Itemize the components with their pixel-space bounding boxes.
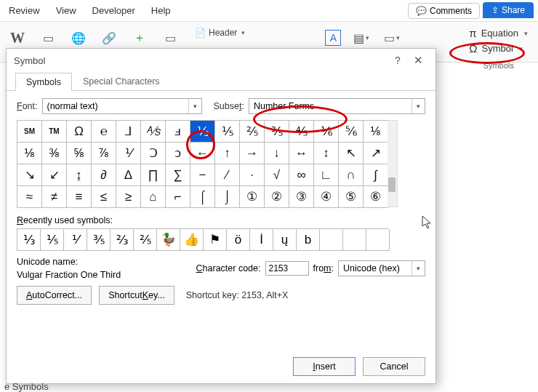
recent-cell[interactable]: ų <box>273 229 297 251</box>
symbol-cell[interactable]: ∙ <box>240 164 265 186</box>
symbol-cell[interactable]: ↑ <box>215 143 240 164</box>
shortcutkey-button[interactable]: Shortcut Key... <box>99 286 174 305</box>
symbol-cell[interactable]: ⅘ <box>289 121 314 143</box>
symbol-cell[interactable]: ∟ <box>314 164 339 186</box>
globe-icon[interactable]: 🌐 <box>68 28 89 48</box>
link-icon[interactable]: 🔗 <box>99 28 119 48</box>
menu-help[interactable]: Help <box>151 5 171 16</box>
symbol-cell[interactable]: ⑤ <box>339 186 364 208</box>
close-button[interactable]: ✕ <box>408 54 428 67</box>
recent-grid[interactable]: ⅓⅕⅟⅗⅔⅖🦆👍⚑öİųb <box>17 228 389 251</box>
symbol-cell[interactable]: ↘ <box>17 164 42 186</box>
symbol-cell[interactable]: ⅓ <box>190 121 215 143</box>
symbol-cell[interactable]: ③ <box>289 186 314 208</box>
symbol-cell[interactable]: ⅙ <box>314 121 339 143</box>
symbol-cell[interactable]: ∩ <box>339 164 364 186</box>
symbol-cell[interactable]: ↗ <box>364 143 388 164</box>
symbol-cell[interactable]: ⅛ <box>364 121 388 143</box>
tab-special-characters[interactable]: Special Characters <box>72 72 171 90</box>
symbol-cell[interactable]: ∆ <box>116 164 141 186</box>
recent-cell[interactable]: ⅗ <box>87 229 111 251</box>
symbol-grid[interactable]: SMTMΩ℮⅃⅍ⅎ⅓⅕⅖⅗⅘⅙⅚⅛⅛⅜⅝⅞⅟Ↄↄ←↑→↓↔↕↖↗↘↙↨∂∆∏∑−… <box>17 120 389 208</box>
symbol-cell[interactable]: ∑ <box>166 164 190 186</box>
symbol-cell[interactable]: SM <box>17 121 42 143</box>
video-icon[interactable]: ▭ <box>38 28 58 48</box>
recent-cell[interactable]: ö <box>227 229 250 251</box>
equation-dropdown[interactable]: π Equation ▾ <box>466 26 531 40</box>
header-dropdown[interactable]: 📄 Header ▾ <box>195 28 245 38</box>
symbol-cell[interactable]: ↔ <box>289 143 314 164</box>
from-dropdown[interactable]: Unicode (hex) ▾ <box>338 260 425 276</box>
symbol-cell[interactable]: ≤ <box>92 186 116 208</box>
symbol-cell[interactable]: ④ <box>314 186 339 208</box>
symbol-cell[interactable]: ⌐ <box>166 186 190 208</box>
dropcap-icon[interactable]: ▭▾ <box>382 28 402 48</box>
menu-review[interactable]: Review <box>9 5 40 16</box>
recent-cell[interactable]: 🦆 <box>157 229 180 251</box>
add-icon[interactable]: ＋ <box>129 28 150 48</box>
symbol-cell[interactable]: √ <box>265 164 289 186</box>
textbox-icon[interactable]: A <box>325 30 341 46</box>
symbol-cell[interactable]: ∏ <box>141 164 166 186</box>
symbol-cell[interactable]: ℮ <box>92 121 116 143</box>
comments-button[interactable]: 💬 Comments <box>408 3 480 19</box>
symbol-cell[interactable]: ⅟ <box>116 143 141 164</box>
recent-cell[interactable]: ⅔ <box>111 229 134 251</box>
symbol-cell[interactable]: ∕ <box>215 164 240 186</box>
symbol-cell[interactable]: ↙ <box>42 164 67 186</box>
symbol-cell[interactable]: ⌠ <box>190 186 215 208</box>
symbol-cell[interactable]: TM <box>42 121 67 143</box>
recent-cell[interactable]: b <box>297 229 320 251</box>
symbol-cell[interactable]: ⅞ <box>92 143 116 164</box>
symbol-cell[interactable]: ≈ <box>17 186 42 208</box>
symbol-cell[interactable]: ⅕ <box>215 121 240 143</box>
wikipedia-icon[interactable]: W <box>7 28 28 48</box>
symbol-cell[interactable]: ① <box>240 186 265 208</box>
symbol-cell[interactable]: ↖ <box>339 143 364 164</box>
symbol-cell[interactable]: ↄ <box>166 143 190 164</box>
symbol-cell[interactable]: ⅍ <box>141 121 166 143</box>
autocorrect-button[interactable]: AutoCorrect... <box>17 286 92 305</box>
symbol-cell[interactable]: − <box>190 164 215 186</box>
symbol-cell[interactable]: ② <box>265 186 289 208</box>
symbol-cell[interactable]: ↨ <box>67 164 92 186</box>
recent-cell[interactable]: ⅕ <box>41 229 64 251</box>
symbol-cell[interactable]: ∂ <box>92 164 116 186</box>
cancel-button[interactable]: Cancel <box>363 357 425 376</box>
quickparts-icon[interactable]: ▤▾ <box>351 28 372 48</box>
symbol-cell[interactable]: ⅎ <box>166 121 190 143</box>
symbol-cell[interactable]: ⌡ <box>215 186 240 208</box>
symbol-dropdown[interactable]: Ω Symbol ▾ <box>466 41 526 55</box>
scroll-thumb[interactable] <box>388 177 396 192</box>
scrollbar[interactable] <box>388 120 398 207</box>
symbol-cell[interactable]: ⅃ <box>116 121 141 143</box>
share-button[interactable]: ⇪ Share <box>483 2 534 18</box>
symbol-cell[interactable]: ⅛ <box>17 143 42 164</box>
symbol-cell[interactable]: ⅚ <box>339 121 364 143</box>
symbol-cell[interactable]: ⅝ <box>67 143 92 164</box>
charcode-input[interactable] <box>265 261 309 276</box>
menu-developer[interactable]: Developer <box>92 5 135 16</box>
recent-cell[interactable]: ⚑ <box>204 229 227 251</box>
symbol-cell[interactable]: ↓ <box>265 143 289 164</box>
recent-cell[interactable]: 👍 <box>180 229 204 251</box>
symbol-cell[interactable]: ⑥ <box>364 186 388 208</box>
symbol-cell[interactable]: ≠ <box>42 186 67 208</box>
symbol-cell[interactable]: ⌂ <box>141 186 166 208</box>
symbol-cell[interactable]: ∞ <box>289 164 314 186</box>
symbol-cell[interactable]: ⅖ <box>240 121 265 143</box>
recent-cell[interactable] <box>343 229 366 251</box>
font-dropdown[interactable]: (normal text) ▾ <box>42 98 202 114</box>
symbol-cell[interactable]: Ↄ <box>141 143 166 164</box>
symbol-cell[interactable]: ≡ <box>67 186 92 208</box>
symbol-cell[interactable]: ⅜ <box>42 143 67 164</box>
recent-cell[interactable]: ⅖ <box>134 229 157 251</box>
subset-dropdown[interactable]: Number Forms ▾ <box>249 98 425 114</box>
recent-cell[interactable]: ⅓ <box>17 229 41 251</box>
recent-cell[interactable] <box>320 229 343 251</box>
insert-button[interactable]: Insert <box>293 357 356 376</box>
recent-cell[interactable]: İ <box>250 229 273 251</box>
help-button[interactable]: ? <box>388 55 408 66</box>
symbol-cell[interactable]: Ω <box>67 121 92 143</box>
comment-ribbon-icon[interactable]: ▭ <box>160 28 180 48</box>
